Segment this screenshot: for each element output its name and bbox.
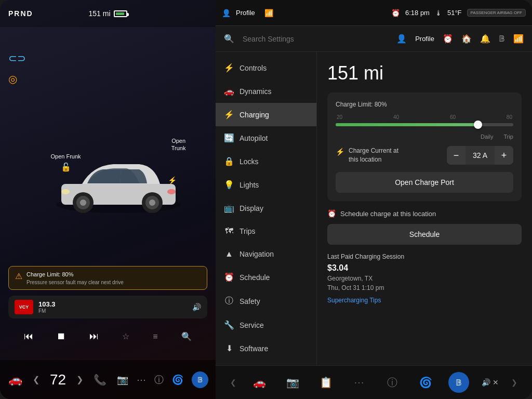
- phone-icon[interactable]: 📞: [94, 374, 107, 386]
- alarm-search-icon: ⏰: [443, 34, 453, 44]
- sidebar-item-service[interactable]: 🔧 Service: [216, 313, 316, 337]
- mute-button[interactable]: ✕: [493, 378, 499, 387]
- sidebar-item-software[interactable]: ⬇ Software: [216, 337, 316, 360]
- bottom-icons-right: 📷 ⋯ ⓘ 🌀 𝔹: [117, 371, 208, 388]
- car-svg: Open Frunk 🔓 OpenTrunk: [46, 122, 191, 215]
- nav-camera-icon[interactable]: 📷: [282, 372, 303, 393]
- status-temperature: 51°F: [447, 9, 462, 17]
- safety-label: Safety: [240, 297, 260, 305]
- autopilot-icon: 🔄: [224, 133, 234, 143]
- airbag-badge: PASSENGER AIRBAG OFF: [467, 9, 526, 17]
- sidebar-item-lights[interactable]: 💡 Lights: [216, 173, 316, 196]
- sidebar-menu: ⚡ Controls 🚗 Dynamics ⚡ Charging 🔄 Autop…: [216, 52, 317, 365]
- sidebar-item-display[interactable]: 📺 Display: [216, 196, 316, 220]
- charging-label: Charging: [240, 111, 269, 119]
- sidebar-item-locks[interactable]: 🔒 Locks: [216, 150, 316, 173]
- range-miles: 151 mi: [88, 9, 110, 18]
- volume-down-icon[interactable]: 🔊: [482, 378, 490, 387]
- daily-label: Daily: [481, 134, 493, 140]
- sidebar-item-navigation[interactable]: ▲ Navigation: [216, 243, 316, 265]
- alarm-icon: ⏰: [391, 9, 400, 17]
- locks-icon: 🔒: [224, 156, 234, 166]
- bluetooth-search-icon: 𝔹: [499, 34, 505, 44]
- charge-stepper[interactable]: − 32 A +: [447, 146, 513, 165]
- car-silhouette: ⚡: [46, 137, 191, 220]
- volume-icon: 🔊: [192, 303, 201, 311]
- temperature-display: 72: [50, 371, 66, 388]
- info-icon[interactable]: ⓘ: [154, 374, 164, 386]
- supercharging-tips-link[interactable]: Supercharging Tips: [327, 297, 522, 304]
- slider-label-40: 40: [393, 114, 399, 120]
- slider-labels: 20 40 60 80: [336, 114, 513, 120]
- chevron-left-icon[interactable]: ❮: [33, 375, 39, 384]
- prev-track-button[interactable]: ⏮: [24, 331, 33, 342]
- safety-icon: ⓘ: [224, 296, 234, 307]
- slider-label-80: 80: [507, 114, 512, 120]
- sidebar-item-autopilot[interactable]: 🔄 Autopilot: [216, 126, 316, 150]
- nav-bluetooth-icon[interactable]: 𝔹: [448, 372, 469, 393]
- top-bar-left: PRND 151 mi: [0, 0, 216, 27]
- charging-icon: ⚡: [224, 110, 234, 119]
- right-panel: 👤 Profile 📶 ⏰ 6:18 pm 🌡 51°F PASSENGER A…: [216, 0, 532, 399]
- sidebar-item-trips[interactable]: 🗺 Trips: [216, 220, 316, 243]
- bottom-nav: ❮ 🚗 📷 📋 ⋯ ⓘ 🌀 𝔹 🔊 ✕ ❯: [216, 365, 532, 399]
- search-bar: 🔍 👤 Profile ⏰ 🏠 🔔 𝔹 📶: [216, 26, 532, 52]
- radio-info: 103.3 FM: [38, 300, 187, 314]
- fan-icon[interactable]: 🌀: [172, 374, 183, 385]
- car-bottom-icon[interactable]: 🚗: [8, 373, 22, 387]
- svg-point-4: [80, 200, 86, 206]
- schedule-header: ⏰ Schedule charge at this location: [327, 209, 522, 218]
- stop-button[interactable]: ⏹: [57, 331, 66, 342]
- headlight-icon: ⊂⊃: [8, 52, 26, 64]
- alert-title: Charge Limit: 80%: [26, 271, 124, 278]
- nav-volume-control: 🔊 ✕: [482, 378, 499, 387]
- radio-bar: VCY 103.3 FM 🔊: [8, 296, 207, 318]
- favorite-button[interactable]: ☆: [122, 331, 129, 341]
- dynamics-icon: 🚗: [224, 86, 234, 96]
- nav-chevron-right[interactable]: ❯: [511, 378, 517, 387]
- equalizer-button[interactable]: ≡: [153, 332, 157, 341]
- schedule-button[interactable]: Schedule: [327, 224, 522, 245]
- trips-label: Trips: [240, 227, 256, 235]
- sidebar-item-controls[interactable]: ⚡ Controls: [216, 56, 316, 79]
- radio-controls: ⏮ ⏹ ⏭ ☆ ≡ 🔍: [8, 331, 207, 342]
- display-icon: 📺: [224, 203, 234, 213]
- slider-track[interactable]: [336, 123, 513, 126]
- camera-icon[interactable]: 📷: [117, 374, 128, 385]
- main-content: ⚡ Controls 🚗 Dynamics ⚡ Charging 🔄 Autop…: [216, 52, 532, 365]
- stepper-value: 32 A: [466, 151, 495, 159]
- sidebar-item-safety[interactable]: ⓘ Safety: [216, 289, 316, 313]
- bluetooth-icon[interactable]: 𝔹: [192, 371, 208, 388]
- stepper-decrease-button[interactable]: −: [447, 146, 466, 165]
- navigation-icon: ▲: [224, 249, 234, 259]
- search-button[interactable]: 🔍: [181, 331, 192, 341]
- next-track-button[interactable]: ⏭: [89, 331, 99, 342]
- nav-dots-icon[interactable]: ⋯: [349, 372, 369, 393]
- navigation-label: Navigation: [240, 250, 274, 258]
- open-charge-port-button[interactable]: Open Charge Port: [336, 172, 513, 193]
- charge-limit-header: Charge Limit: 80%: [336, 101, 513, 108]
- slider-thumb[interactable]: [474, 121, 482, 129]
- content-panel: 151 mi Charge Limit: 80% 20 40 60 80: [317, 52, 532, 365]
- menu-dots-icon[interactable]: ⋯: [137, 374, 146, 385]
- nav-chevron-left[interactable]: ❮: [230, 378, 236, 387]
- nav-info-icon[interactable]: ⓘ: [382, 372, 403, 393]
- sidebar-item-charging[interactable]: ⚡ Charging: [216, 103, 316, 126]
- nav-fan-icon[interactable]: 🌀: [415, 372, 436, 393]
- stepper-increase-button[interactable]: +: [495, 146, 513, 165]
- search-person-icon: 👤: [396, 34, 407, 44]
- chevron-right-icon[interactable]: ❯: [76, 375, 83, 384]
- car-area: Open Frunk 🔓 OpenTrunk: [31, 31, 205, 305]
- dynamics-label: Dynamics: [240, 87, 271, 96]
- status-time: 6:18 pm: [405, 9, 430, 17]
- schedule-icon: ⏰: [224, 272, 234, 282]
- alert-icon: ⚠: [15, 271, 22, 281]
- nav-list-icon[interactable]: 📋: [315, 372, 336, 393]
- search-input[interactable]: [243, 35, 388, 43]
- svg-text:⚡: ⚡: [168, 176, 177, 185]
- sidebar-item-schedule[interactable]: ⏰ Schedule: [216, 265, 316, 289]
- nav-car-icon[interactable]: 🚗: [249, 372, 270, 393]
- sidebar-item-dynamics[interactable]: 🚗 Dynamics: [216, 79, 316, 103]
- trips-icon: 🗺: [224, 227, 234, 236]
- charge-slider-container[interactable]: 20 40 60 80: [336, 114, 513, 126]
